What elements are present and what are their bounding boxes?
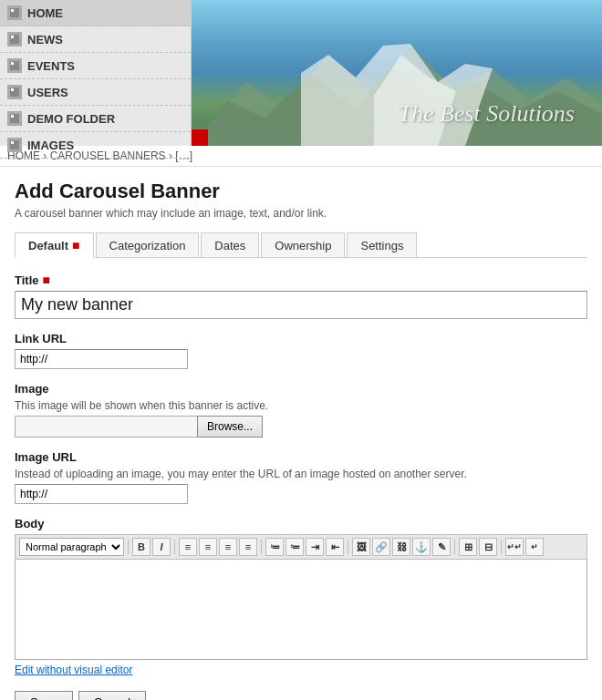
sidebar-item-users[interactable]: USERS [0, 79, 191, 106]
svg-rect-11 [11, 141, 14, 144]
tab-default[interactable]: Default■ [15, 232, 94, 258]
tab-ownership[interactable]: Ownership [261, 232, 345, 257]
tab-settings[interactable]: Settings [347, 232, 417, 257]
home-icon [7, 5, 22, 20]
image-desc: This image will be shown when this banne… [15, 399, 587, 412]
svg-rect-5 [11, 62, 14, 65]
sidebar-item-events[interactable]: EVENTS [0, 53, 191, 79]
toolbar-sep-3 [261, 540, 262, 554]
sidebar-item-images[interactable]: IMAGES [0, 132, 191, 159]
title-required-indicator: ■ [43, 273, 50, 287]
justify-button[interactable]: ≡ [239, 538, 257, 556]
unlink-button[interactable]: ⛓ [392, 538, 410, 556]
toolbar-sep-4 [348, 540, 348, 554]
ul-button[interactable]: ≔ [265, 538, 284, 556]
align-center-button[interactable]: ≡ [199, 538, 217, 556]
image-field-group: Image This image will be shown when this… [15, 382, 587, 438]
anchor-button[interactable]: ⚓ [412, 538, 431, 556]
link-url-field-group: Link URL [15, 332, 587, 369]
cancel-button[interactable]: Cancel [78, 691, 146, 700]
svg-rect-3 [11, 36, 14, 38]
tab-required-indicator: ■ [72, 238, 79, 252]
sidebar-item-label: DEMO FOLDER [27, 112, 115, 126]
image-url-input[interactable] [15, 484, 188, 504]
svg-rect-7 [11, 88, 14, 91]
paragraph-style-select[interactable]: Normal paragraphHeading 1Heading 2Headin… [19, 538, 124, 556]
events-icon [7, 58, 22, 73]
tab-dates[interactable]: Dates [201, 232, 259, 257]
outdent-button[interactable]: ⇤ [326, 538, 344, 556]
images-icon [7, 138, 22, 152]
align-right-button[interactable]: ≡ [219, 538, 237, 556]
title-field-group: Title ■ [15, 273, 587, 319]
users-icon [7, 85, 22, 99]
tab-label: Settings [360, 239, 403, 252]
save-button[interactable]: Save [15, 691, 73, 700]
sidebar-item-label: IMAGES [27, 139, 74, 152]
sidebar-item-label: NEWS [27, 33, 63, 46]
tab-label: Categorization [109, 239, 186, 252]
link-url-input[interactable] [15, 349, 188, 369]
red-square-indicator [192, 129, 208, 146]
toolbar-sep-2 [174, 540, 175, 554]
news-icon [7, 32, 22, 46]
body-field-group: Body Normal paragraphHeading 1Heading 2H… [15, 517, 587, 676]
sidebar-item-label: USERS [27, 86, 68, 99]
image-url-label: Image URL [15, 450, 587, 464]
hero-text: The Best Solutions [398, 100, 575, 128]
folder-icon [7, 111, 22, 126]
body-toolbar: Normal paragraphHeading 1Heading 2Headin… [15, 534, 587, 560]
image-label: Image [15, 382, 587, 396]
form-tabs: Default■CategorizationDatesOwnershipSett… [15, 232, 587, 258]
title-label: Title ■ [15, 273, 587, 287]
bold-button[interactable]: B [132, 538, 150, 556]
body-label: Body [15, 517, 587, 530]
sidebar-item-home[interactable]: HOME [0, 0, 191, 26]
align-left-button[interactable]: ≡ [179, 538, 197, 556]
toolbar-sep-6 [501, 540, 502, 554]
sidebar-item-demo-folder[interactable]: DEMO FOLDER [0, 106, 191, 132]
svg-rect-1 [11, 9, 14, 12]
toolbar-sep-1 [128, 540, 129, 554]
file-upload-input[interactable] [15, 416, 197, 438]
page-title: Add Carousel Banner [15, 180, 587, 203]
sidebar-item-label: EVENTS [27, 59, 75, 73]
table-delete-button[interactable]: ⊟ [479, 538, 497, 556]
edit-without-visual-editor-link[interactable]: Edit without visual editor [15, 664, 132, 676]
image-url-desc: Instead of uploading an image, you may e… [15, 468, 587, 480]
special-1-button[interactable]: ↵↵ [505, 538, 524, 556]
svg-rect-9 [11, 115, 14, 118]
toolbar-sep-5 [454, 540, 455, 554]
edit-button[interactable]: ✎ [432, 538, 451, 556]
special-2-button[interactable]: ↵ [525, 538, 544, 556]
indent-button[interactable]: ⇥ [306, 538, 324, 556]
italic-button[interactable]: I [152, 538, 171, 556]
tab-label: Dates [214, 239, 245, 252]
image-insert-button[interactable]: 🖼 [352, 538, 370, 556]
file-upload-row: Browse... [15, 416, 587, 438]
hero-banner: The Best Solutions [192, 0, 602, 146]
image-url-field-group: Image URL Instead of uploading an image,… [15, 450, 587, 504]
link-button[interactable]: 🔗 [372, 538, 390, 556]
main-content: Add Carousel Banner A carousel banner wh… [0, 167, 602, 700]
sidebar-item-news[interactable]: NEWS [0, 26, 191, 53]
tab-categorization[interactable]: Categorization [96, 232, 200, 257]
table-insert-button[interactable]: ⊞ [459, 538, 477, 556]
page-subtitle: A carousel banner which may include an i… [15, 207, 587, 220]
sidebar: HOME NEWS EVENTS USERS DEMO FOLDER IMAGE… [0, 0, 192, 146]
ol-button[interactable]: ≔ [285, 538, 304, 556]
link-url-label: Link URL [15, 332, 587, 345]
action-buttons: Save Cancel [15, 691, 587, 700]
sidebar-item-label: HOME [27, 6, 63, 20]
tab-label: Ownership [275, 239, 331, 252]
tab-label: Default [28, 239, 68, 252]
body-editor[interactable] [15, 560, 587, 660]
title-input[interactable] [15, 291, 587, 319]
browse-button[interactable]: Browse... [197, 416, 263, 438]
